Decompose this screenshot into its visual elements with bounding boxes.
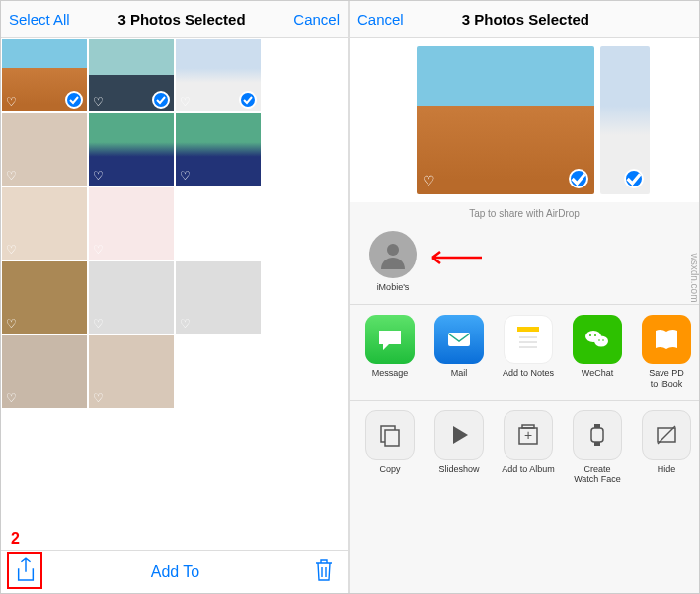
album-icon: + <box>504 410 553 460</box>
bottom-toolbar: Add To <box>1 550 348 593</box>
hide-icon <box>642 410 691 460</box>
svg-point-10 <box>598 339 600 341</box>
photos-selection-screen: Select All 3 Photos Selected Cancel 1 ♡♡… <box>1 1 350 593</box>
contact-name: iMobie's <box>361 282 425 292</box>
preview-row[interactable]: ♡ <box>350 38 699 202</box>
action-copy[interactable]: Copy <box>357 410 423 485</box>
photo-thumbnail[interactable]: ♡ <box>88 334 175 408</box>
svg-rect-18 <box>594 424 600 428</box>
photo-thumbnail[interactable]: ♡ <box>88 112 175 186</box>
svg-text:+: + <box>524 427 532 443</box>
favorite-icon: ♡ <box>93 169 104 183</box>
selected-check-icon <box>65 91 83 109</box>
action-watch[interactable]: CreateWatch Face <box>565 410 630 485</box>
photo-thumbnail[interactable]: ♡ <box>1 112 88 186</box>
selected-check-icon <box>569 169 588 188</box>
favorite-icon: ♡ <box>423 173 435 188</box>
nav-title: 3 Photos Selected <box>462 11 589 28</box>
action-hide[interactable]: Hide <box>634 410 699 485</box>
svg-point-0 <box>387 244 399 256</box>
copy-icon <box>365 410 415 460</box>
action-label: Hide <box>634 464 699 475</box>
share-sheet-screen: Cancel 3 Photos Selected ♡ Tap to share … <box>350 1 699 593</box>
selected-check-icon <box>239 91 257 109</box>
svg-rect-17 <box>591 428 603 442</box>
favorite-icon: ♡ <box>93 391 104 405</box>
share-app-wechat[interactable]: WeChat <box>565 315 630 390</box>
photo-thumbnail[interactable]: ♡ <box>175 38 262 112</box>
airdrop-hint: Tap to share with AirDrop <box>350 202 699 225</box>
app-share-row[interactable]: MessageMailAdd to NotesWeChatSave PDto i… <box>350 305 699 400</box>
favorite-icon: ♡ <box>6 317 17 331</box>
cancel-button[interactable]: Cancel <box>357 11 404 28</box>
person-icon <box>378 240 408 269</box>
preview-photo[interactable] <box>600 46 650 194</box>
nav-title: 3 Photos Selected <box>117 11 245 28</box>
share-app-message[interactable]: Message <box>357 315 423 390</box>
navbar: Cancel 3 Photos Selected <box>350 1 699 38</box>
photo-grid: ♡♡♡♡♡♡♡♡♡♡♡♡♡ <box>1 38 348 408</box>
svg-rect-13 <box>385 430 399 446</box>
svg-point-9 <box>594 334 596 336</box>
favorite-icon: ♡ <box>180 95 191 109</box>
app-label: Add to Notes <box>496 368 561 379</box>
share-app-save-pd-to-ibook[interactable]: Save PDto iBook <box>634 315 699 390</box>
favorite-icon: ♡ <box>6 169 17 183</box>
share-app-mail[interactable]: Mail <box>427 315 492 390</box>
airdrop-contact[interactable]: iMobie's <box>361 231 425 292</box>
favorite-icon: ♡ <box>6 95 17 109</box>
delete-button[interactable] <box>314 558 334 586</box>
app-icon <box>434 315 484 364</box>
watermark: wsxdn.com <box>689 253 700 302</box>
app-label: Mail <box>427 368 492 379</box>
action-row[interactable]: CopySlideshow+Add to AlbumCreateWatch Fa… <box>350 400 699 495</box>
airdrop-row: iMobie's <box>350 225 699 305</box>
action-play[interactable]: Slideshow <box>427 410 492 485</box>
annotation-box-share <box>7 552 42 589</box>
svg-rect-19 <box>594 442 600 446</box>
annotation-arrow <box>425 246 484 269</box>
action-label: Copy <box>357 464 423 475</box>
add-to-button[interactable]: Add To <box>151 563 200 581</box>
watch-icon <box>573 410 622 460</box>
svg-rect-1 <box>448 333 470 346</box>
app-label: Save PDto iBook <box>634 368 699 390</box>
favorite-icon: ♡ <box>6 243 17 257</box>
favorite-icon: ♡ <box>180 317 191 331</box>
photo-thumbnail[interactable]: ♡ <box>1 186 88 260</box>
svg-rect-2 <box>517 327 539 332</box>
photo-thumbnail[interactable]: ♡ <box>88 186 175 260</box>
annotation-2: 2 <box>11 530 20 548</box>
photo-thumbnail[interactable]: ♡ <box>175 112 262 186</box>
favorite-icon: ♡ <box>6 391 17 405</box>
svg-point-8 <box>589 334 591 336</box>
cancel-button[interactable]: Cancel <box>293 11 340 28</box>
action-label: Slideshow <box>427 464 492 475</box>
app-icon <box>573 315 622 364</box>
favorite-icon: ♡ <box>93 95 104 109</box>
select-all-button[interactable]: Select All <box>9 11 70 28</box>
favorite-icon: ♡ <box>180 169 191 183</box>
share-app-add-to-notes[interactable]: Add to Notes <box>496 315 561 390</box>
app-icon <box>365 315 415 364</box>
avatar <box>369 231 417 278</box>
play-icon <box>434 410 484 460</box>
photo-thumbnail[interactable]: ♡ <box>175 260 262 334</box>
preview-photo[interactable]: ♡ <box>417 46 594 194</box>
favorite-icon: ♡ <box>93 317 104 331</box>
app-label: WeChat <box>565 368 630 379</box>
app-icon <box>642 315 691 364</box>
app-icon <box>504 315 553 364</box>
photo-thumbnail[interactable]: ♡ <box>1 334 88 408</box>
photo-thumbnail[interactable]: ♡ <box>1 38 88 112</box>
photo-thumbnail[interactable]: ♡ <box>88 260 175 334</box>
action-album[interactable]: +Add to Album <box>496 410 561 485</box>
svg-point-7 <box>594 336 608 347</box>
selected-check-icon <box>624 169 644 188</box>
photo-thumbnail[interactable]: ♡ <box>1 260 88 334</box>
navbar: Select All 3 Photos Selected Cancel <box>1 1 348 38</box>
trash-icon <box>314 558 334 582</box>
selected-check-icon <box>152 91 170 109</box>
action-label: CreateWatch Face <box>565 464 630 485</box>
photo-thumbnail[interactable]: ♡ <box>88 38 175 112</box>
